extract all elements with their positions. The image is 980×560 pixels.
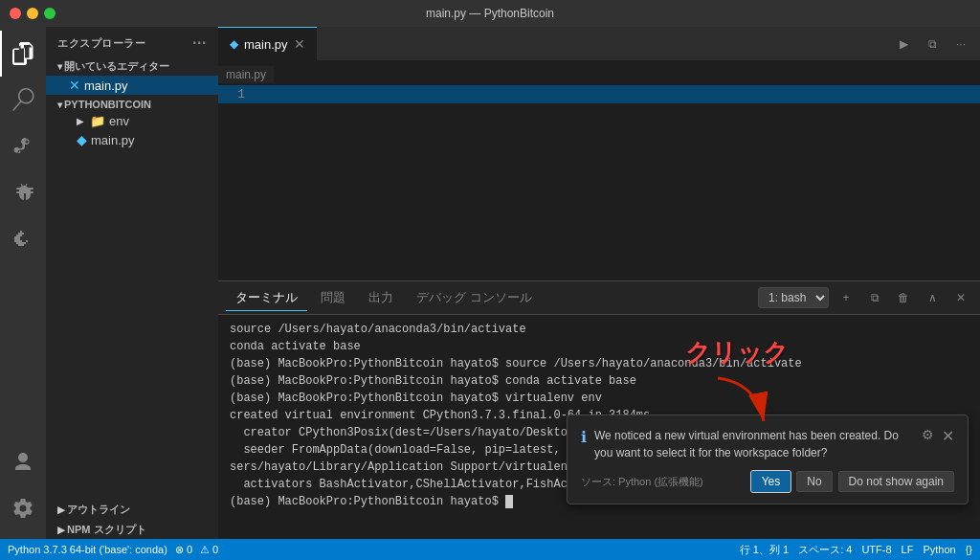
tab-bar: ◆ main.py ✕ ▶ ⧉ ···: [218, 27, 980, 60]
tab-file-icon: ◆: [230, 37, 238, 51]
notification-source: ソース: Python (拡張機能): [581, 475, 703, 489]
sidebar-item-main-py-open[interactable]: ✕ main.py: [46, 76, 218, 95]
status-python-version[interactable]: Python 3.7.3 64-bit ('base': conda): [8, 544, 167, 555]
sidebar-item-env[interactable]: ▶ 📁 env: [46, 112, 218, 130]
terminal-tab-debug-console[interactable]: デバッグ コンソール: [407, 285, 542, 310]
title-bar: main.py — PythonBitcoin: [0, 0, 980, 27]
notification-bottom: ソース: Python (拡張機能) Yes No Do not show ag…: [581, 471, 954, 492]
sidebar: エクスプローラー ··· ▾ 開いているエディター ✕ main.py ▾ PY…: [46, 27, 218, 539]
status-line-ending[interactable]: LF: [902, 544, 914, 555]
notification-yes-button[interactable]: Yes: [751, 471, 791, 492]
folder-name: env: [109, 114, 129, 128]
sidebar-more-button[interactable]: ···: [192, 34, 207, 52]
npm-section[interactable]: ▶ NPM スクリプト: [46, 519, 218, 539]
terminal-line-3: (base) MacBookPro:PythonBitcoin hayato$ …: [230, 355, 969, 372]
terminal-shell-select[interactable]: 1: bash: [758, 287, 829, 308]
line-content-1: [260, 87, 268, 101]
tab-bar-actions: ▶ ⧉ ···: [884, 27, 980, 60]
sidebar-title: エクスプローラー: [57, 36, 145, 51]
sidebar-item-main-py[interactable]: ◆ main.py: [46, 130, 218, 149]
traffic-lights: [10, 8, 56, 19]
terminal-tab-bar: ターミナル 問題 出力 デバッグ コンソール 1: bash + ⧉ 🗑 ∧ ✕: [218, 281, 980, 315]
tab-main-py[interactable]: ◆ main.py ✕: [218, 27, 317, 60]
more-actions-button[interactable]: ···: [949, 33, 972, 56]
open-editors-chevron: ▾: [57, 61, 62, 72]
status-errors[interactable]: ⊗ 0: [175, 544, 192, 556]
npm-chevron: ▶: [57, 525, 65, 535]
terminal-line-1: source /Users/hayato/anaconda3/bin/activ…: [230, 321, 969, 338]
activity-files[interactable]: [0, 31, 46, 77]
app-body: エクスプローラー ··· ▾ 開いているエディター ✕ main.py ▾ PY…: [0, 27, 980, 539]
terminal-tab-output[interactable]: 出力: [359, 285, 403, 310]
status-warnings[interactable]: ⚠ 0: [200, 544, 218, 556]
status-format[interactable]: {}: [966, 544, 972, 555]
activity-extensions[interactable]: [0, 214, 46, 260]
terminal-expand-button[interactable]: ∧: [921, 286, 944, 309]
split-editor-button[interactable]: ⧉: [921, 33, 944, 56]
window-title: main.py — PythonBitcoin: [426, 7, 554, 20]
terminal-trash-button[interactable]: 🗑: [892, 286, 915, 309]
breadcrumb-filename: main.py: [226, 68, 266, 81]
status-line-col[interactable]: 行 1、列 1: [740, 543, 789, 557]
project-section[interactable]: ▾ PYTHONBITCOIN: [46, 95, 218, 112]
activity-bar: [0, 27, 46, 539]
status-spaces[interactable]: スペース: 4: [798, 543, 852, 557]
activity-debug[interactable]: [0, 168, 46, 214]
terminal-tab-actions: 1: bash + ⧉ 🗑 ∧ ✕: [758, 286, 972, 309]
status-bar-left: Python 3.7.3 64-bit ('base': conda) ⊗ 0 …: [8, 544, 218, 556]
editor-line-1: 1: [218, 85, 980, 103]
terminal-close-button[interactable]: ✕: [949, 286, 972, 309]
close-button[interactable]: [10, 8, 21, 19]
npm-label: NPM スクリプト: [67, 523, 146, 537]
project-label: PYTHONBITCOIN: [64, 99, 151, 110]
notification-buttons: Yes No Do not show again: [751, 471, 954, 492]
tab-label: main.py: [244, 37, 288, 52]
info-icon: ℹ: [581, 428, 587, 446]
folder-icon: 📁: [90, 114, 105, 128]
file-name: main.py: [91, 133, 135, 147]
activity-settings[interactable]: [0, 485, 46, 531]
minimize-button[interactable]: [27, 8, 38, 19]
activity-account[interactable]: [0, 439, 46, 485]
open-editors-section[interactable]: ▾ 開いているエディター: [46, 56, 218, 76]
maximize-button[interactable]: [44, 8, 56, 19]
run-button[interactable]: ▶: [892, 33, 915, 56]
terminal-line-4: (base) MacBookPro:PythonBitcoin hayato$ …: [230, 372, 969, 390]
terminal-panel: ターミナル 問題 出力 デバッグ コンソール 1: bash + ⧉ 🗑 ∧ ✕…: [218, 280, 980, 539]
outline-section[interactable]: ▶ アウトライン: [46, 499, 218, 519]
code-editor[interactable]: main.py 1: [218, 60, 980, 280]
notification-popup: ℹ We noticed a new virtual environment h…: [567, 414, 969, 504]
terminal-tab-terminal[interactable]: ターミナル: [226, 285, 307, 311]
status-encoding[interactable]: UTF-8: [861, 544, 891, 555]
terminal-split-button[interactable]: ⧉: [863, 286, 886, 309]
terminal-cursor: [505, 495, 513, 508]
status-language[interactable]: Python: [923, 544, 955, 555]
notification-text: We noticed a new virtual environment has…: [594, 427, 914, 461]
activity-bar-bottom: [0, 439, 46, 539]
notification-no-button[interactable]: No: [796, 471, 832, 492]
status-bar-right: 行 1、列 1 スペース: 4 UTF-8 LF Python {}: [740, 543, 972, 557]
open-editor-filename: main.py: [84, 78, 128, 93]
terminal-new-button[interactable]: +: [835, 286, 858, 309]
editor-area: ◆ main.py ✕ ▶ ⧉ ··· main.py 1: [218, 27, 980, 539]
notification-dont-show-button[interactable]: Do not show again: [838, 471, 954, 492]
tab-close-button[interactable]: ✕: [294, 36, 305, 52]
open-editors-label: 開いているエディター: [64, 59, 169, 74]
outline-chevron: ▶: [57, 504, 65, 515]
outline-label: アウトライン: [67, 503, 130, 517]
project-chevron: ▾: [57, 100, 62, 110]
file-dot-icon: ◆: [77, 132, 87, 147]
status-bar: Python 3.7.3 64-bit ('base': conda) ⊗ 0 …: [0, 539, 980, 560]
notification-top: ℹ We noticed a new virtual environment h…: [581, 427, 954, 461]
file-modified-icon: ✕: [69, 78, 80, 93]
sidebar-header: エクスプローラー ···: [46, 27, 218, 56]
notification-close-button[interactable]: ✕: [942, 427, 954, 445]
folder-chevron: ▶: [77, 116, 84, 126]
terminal-line-5: (base) MacBookPro:PythonBitcoin hayato$ …: [230, 390, 969, 407]
activity-source-control[interactable]: [0, 123, 46, 168]
terminal-tab-problems[interactable]: 問題: [311, 285, 355, 310]
terminal-line-2: conda activate base: [230, 338, 969, 355]
notification-gear-button[interactable]: ⚙: [922, 427, 934, 442]
line-number-1: 1: [226, 87, 245, 101]
activity-search[interactable]: [0, 77, 46, 123]
